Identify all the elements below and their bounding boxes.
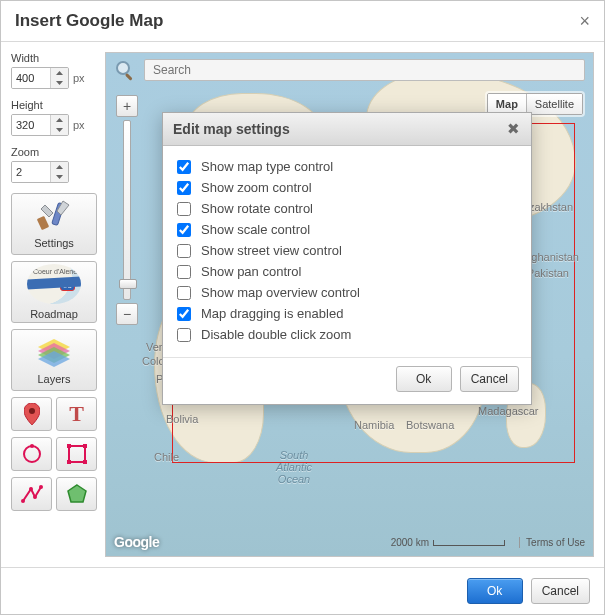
svg-point-7 bbox=[24, 446, 40, 462]
label-chile: Chile bbox=[154, 451, 179, 463]
option-checkbox[interactable] bbox=[177, 244, 191, 258]
inner-title: Edit map settings bbox=[173, 121, 290, 137]
layers-button[interactable]: Layers bbox=[11, 329, 97, 391]
option-checkbox[interactable] bbox=[177, 265, 191, 279]
polygon-button[interactable] bbox=[56, 477, 97, 511]
search-icon[interactable] bbox=[114, 59, 136, 81]
ok-button[interactable]: Ok bbox=[467, 578, 523, 604]
circle-icon bbox=[21, 443, 43, 465]
roadmap-thumbnail: Coeur d'Alene 90 bbox=[27, 264, 81, 304]
svg-rect-12 bbox=[67, 460, 71, 464]
width-label: Width bbox=[11, 52, 97, 64]
zoom-handle[interactable] bbox=[119, 279, 137, 289]
close-icon[interactable]: × bbox=[579, 12, 590, 30]
polyline-button[interactable] bbox=[11, 477, 52, 511]
zoom-control: + − bbox=[116, 95, 138, 325]
option-checkbox[interactable] bbox=[177, 286, 191, 300]
option-label: Show street view control bbox=[201, 243, 342, 258]
option-row[interactable]: Map dragging is enabled bbox=[177, 303, 517, 324]
roadmap-button[interactable]: Coeur d'Alene 90 Roadmap bbox=[11, 261, 97, 323]
tools-icon bbox=[35, 199, 73, 233]
circle-button[interactable] bbox=[11, 437, 52, 471]
zoom-in-button[interactable]: + bbox=[116, 95, 138, 117]
option-checkbox[interactable] bbox=[177, 223, 191, 237]
option-row[interactable]: Show street view control bbox=[177, 240, 517, 261]
layers-icon bbox=[34, 335, 74, 369]
inner-ok-button[interactable]: Ok bbox=[396, 366, 452, 392]
dialog-title: Insert Google Map bbox=[15, 11, 163, 31]
label-namibia: Namibia bbox=[354, 419, 394, 431]
polygon-icon bbox=[66, 483, 88, 505]
svg-rect-13 bbox=[83, 460, 87, 464]
option-row[interactable]: Show zoom control bbox=[177, 177, 517, 198]
rectangle-icon bbox=[66, 443, 88, 465]
marker-button[interactable] bbox=[11, 397, 52, 431]
svg-point-16 bbox=[33, 495, 37, 499]
option-row[interactable]: Disable double click zoom bbox=[177, 324, 517, 345]
option-label: Map dragging is enabled bbox=[201, 306, 343, 321]
zoom-down-icon[interactable] bbox=[51, 172, 68, 182]
terms-link[interactable]: Terms of Use bbox=[519, 537, 585, 548]
options-list: Show map type controlShow zoom controlSh… bbox=[163, 146, 531, 351]
width-unit: px bbox=[73, 72, 85, 84]
option-label: Show map overview control bbox=[201, 285, 360, 300]
label-pakistan: Pakistan bbox=[527, 267, 569, 279]
search-bar bbox=[114, 59, 585, 81]
option-checkbox[interactable] bbox=[177, 181, 191, 195]
height-input[interactable] bbox=[12, 115, 50, 135]
zoom-up-icon[interactable] bbox=[51, 162, 68, 172]
option-label: Show zoom control bbox=[201, 180, 312, 195]
scale-bar bbox=[433, 540, 505, 546]
option-row[interactable]: Show map overview control bbox=[177, 282, 517, 303]
height-stepper[interactable] bbox=[11, 114, 69, 136]
marker-icon bbox=[24, 403, 40, 425]
option-row[interactable]: Show map type control bbox=[177, 156, 517, 177]
settings-button[interactable]: Settings bbox=[11, 193, 97, 255]
label-bolivia: Bolivia bbox=[166, 413, 198, 425]
cancel-button[interactable]: Cancel bbox=[531, 578, 590, 604]
edit-settings-dialog: Edit map settings ✖ Show map type contro… bbox=[162, 112, 532, 405]
svg-rect-20 bbox=[125, 73, 133, 81]
outer-titlebar: Insert Google Map × bbox=[1, 1, 604, 42]
option-row[interactable]: Show rotate control bbox=[177, 198, 517, 219]
width-field: Width px bbox=[11, 52, 97, 89]
inner-footer: Ok Cancel bbox=[163, 357, 531, 404]
label-botswana: Botswana bbox=[406, 419, 454, 431]
zoom-out-button[interactable]: − bbox=[116, 303, 138, 325]
svg-rect-0 bbox=[37, 216, 49, 230]
width-input[interactable] bbox=[12, 68, 50, 88]
option-checkbox[interactable] bbox=[177, 202, 191, 216]
zoom-input[interactable] bbox=[12, 162, 50, 182]
option-checkbox[interactable] bbox=[177, 328, 191, 342]
option-checkbox[interactable] bbox=[177, 307, 191, 321]
height-down-icon[interactable] bbox=[51, 125, 68, 135]
google-logo: Google bbox=[114, 534, 159, 550]
layers-label: Layers bbox=[37, 373, 70, 385]
roadmap-badge: 90 bbox=[60, 280, 75, 291]
zoom-stepper[interactable] bbox=[11, 161, 69, 183]
svg-point-8 bbox=[30, 444, 34, 448]
maptype-map[interactable]: Map bbox=[488, 94, 526, 114]
text-button[interactable]: T bbox=[56, 397, 97, 431]
svg-point-19 bbox=[117, 62, 129, 74]
sidebar: Width px Height bbox=[11, 52, 97, 557]
height-up-icon[interactable] bbox=[51, 115, 68, 125]
option-checkbox[interactable] bbox=[177, 160, 191, 174]
width-down-icon[interactable] bbox=[51, 78, 68, 88]
svg-point-14 bbox=[21, 499, 25, 503]
width-up-icon[interactable] bbox=[51, 68, 68, 78]
zoom-slider[interactable] bbox=[123, 120, 131, 300]
zoom-label: Zoom bbox=[11, 146, 97, 158]
inner-cancel-button[interactable]: Cancel bbox=[460, 366, 519, 392]
search-input[interactable] bbox=[144, 59, 585, 81]
text-icon: T bbox=[69, 401, 84, 427]
option-row[interactable]: Show pan control bbox=[177, 261, 517, 282]
maptype-satellite[interactable]: Satellite bbox=[526, 94, 582, 114]
option-row[interactable]: Show scale control bbox=[177, 219, 517, 240]
svg-rect-9 bbox=[69, 446, 85, 462]
rectangle-button[interactable] bbox=[56, 437, 97, 471]
option-label: Show map type control bbox=[201, 159, 333, 174]
roadmap-label: Roadmap bbox=[30, 308, 78, 320]
width-stepper[interactable] bbox=[11, 67, 69, 89]
inner-close-icon[interactable]: ✖ bbox=[505, 121, 521, 137]
